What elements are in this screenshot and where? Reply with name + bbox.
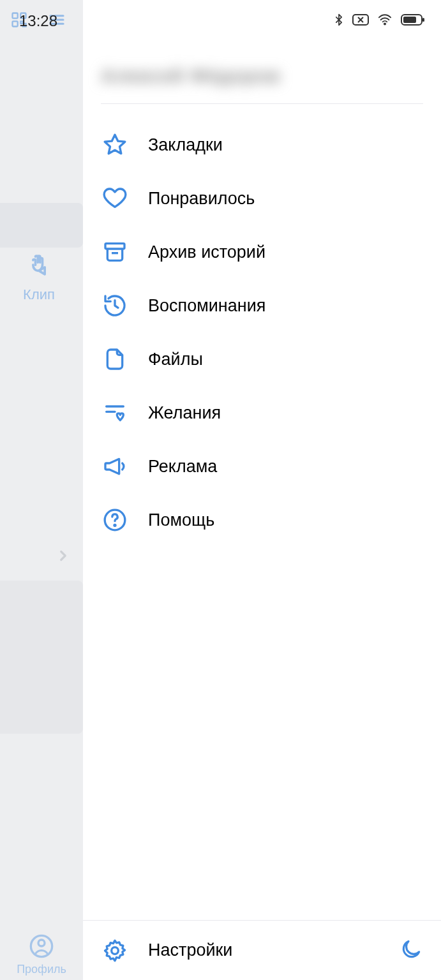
profile-icon (29, 933, 54, 959)
menu-item-ads[interactable]: Реклама (83, 440, 441, 493)
wishlist-icon (101, 399, 129, 427)
menu-label: Понравилось (148, 189, 255, 209)
bg-row (0, 203, 83, 248)
menu-item-wishes[interactable]: Желания (83, 386, 441, 440)
settings-button[interactable] (101, 937, 129, 965)
settings-label[interactable]: Настройки (148, 940, 399, 960)
svg-point-20 (114, 524, 116, 526)
tab-profile-label: Профиль (0, 963, 83, 976)
menu-item-help[interactable]: Помощь (83, 493, 441, 547)
svg-rect-14 (422, 18, 424, 22)
menu-label: Архив историй (148, 242, 265, 262)
menu-item-liked[interactable]: Понравилось (83, 172, 441, 225)
svg-point-21 (112, 947, 119, 954)
background-app-sliver: Клип Профиль (0, 0, 83, 980)
drawer-profile-header[interactable]: Алексей Фёдоров (83, 48, 441, 103)
menu-label: Файлы (148, 350, 203, 369)
menu-label: Желания (148, 403, 221, 423)
user-name: Алексей Фёдоров (101, 65, 281, 87)
battery-icon (400, 13, 426, 29)
svg-point-11 (384, 23, 385, 24)
tab-profile[interactable]: Профиль (0, 933, 83, 976)
menu-label: Помощь (148, 510, 214, 530)
archive-icon (101, 238, 129, 266)
star-icon (101, 131, 129, 159)
clip-label: Клип (4, 286, 74, 303)
clip-tile[interactable]: Клип (4, 252, 74, 303)
menu-item-bookmarks[interactable]: Закладки (83, 118, 441, 172)
menu-label: Закладки (148, 135, 223, 155)
clip-icon (25, 252, 53, 280)
bg-block (0, 581, 83, 734)
no-sim-icon (352, 13, 370, 29)
svg-rect-2 (13, 21, 18, 26)
history-icon (101, 292, 129, 320)
drawer-footer: Настройки (83, 920, 441, 980)
menu-label: Реклама (148, 457, 217, 477)
menu-item-files[interactable]: Файлы (83, 332, 441, 386)
svg-point-7 (38, 940, 45, 946)
dark-mode-toggle[interactable] (399, 937, 423, 964)
file-icon (101, 345, 129, 373)
drawer-menu: Закладки Понравилось Архив историй (83, 104, 441, 547)
help-icon (101, 506, 129, 534)
bluetooth-icon (333, 11, 345, 31)
megaphone-icon (101, 452, 129, 480)
svg-rect-15 (105, 244, 124, 249)
svg-rect-13 (403, 17, 416, 23)
menu-item-story-archive[interactable]: Архив историй (83, 225, 441, 279)
gear-icon (102, 938, 128, 963)
status-time: 13:28 (19, 12, 57, 30)
svg-rect-0 (13, 13, 18, 19)
menu-label: Воспоминания (148, 296, 265, 316)
moon-icon (399, 937, 423, 961)
side-drawer: 13:28 (83, 0, 441, 980)
status-bar: 13:28 (83, 0, 441, 42)
heart-icon (101, 184, 129, 212)
menu-item-memories[interactable]: Воспоминания (83, 279, 441, 332)
chevron-right-icon (55, 547, 71, 567)
wifi-icon (376, 13, 394, 29)
